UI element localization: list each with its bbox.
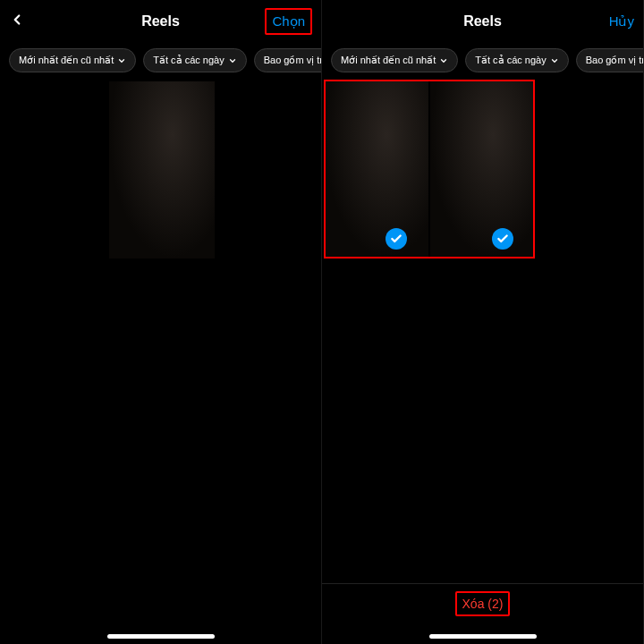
page-title: Reels xyxy=(463,13,502,30)
bottom-bar: Xóa (2) xyxy=(322,583,643,623)
selected-check-icon xyxy=(492,228,513,250)
filter-label: Bao gồm vị trí xyxy=(586,55,643,66)
back-button[interactable] xyxy=(9,12,25,31)
filter-label: Mới nhất đến cũ nhất xyxy=(341,55,436,66)
chevron-down-icon xyxy=(228,56,237,65)
chevron-left-icon xyxy=(9,12,25,28)
home-indicator[interactable] xyxy=(429,634,537,639)
reel-thumbnail[interactable] xyxy=(109,81,215,258)
screen-left: Reels Chọn Mới nhất đến cũ nhất Tất cả c… xyxy=(0,0,322,644)
filter-sort[interactable]: Mới nhất đến cũ nhất xyxy=(331,48,458,72)
reels-grid xyxy=(0,80,321,260)
filter-label: Tất cả các ngày xyxy=(153,55,224,66)
chevron-down-icon xyxy=(117,56,126,65)
cancel-button[interactable]: Hủy xyxy=(609,13,634,30)
reel-thumbnail[interactable] xyxy=(430,81,535,258)
chevron-down-icon xyxy=(439,56,448,65)
filter-row: Mới nhất đến cũ nhất Tất cả các ngày Bao… xyxy=(322,43,643,78)
filter-label: Tất cả các ngày xyxy=(475,55,546,66)
reels-grid xyxy=(322,80,643,260)
chevron-down-icon xyxy=(550,56,559,65)
filter-location[interactable]: Bao gồm vị trí xyxy=(576,48,643,72)
filter-date[interactable]: Tất cả các ngày xyxy=(465,48,568,72)
selected-check-icon xyxy=(386,228,407,250)
filter-row: Mới nhất đến cũ nhất Tất cả các ngày Bao… xyxy=(0,43,321,78)
header: Reels Chọn xyxy=(0,0,321,43)
select-button[interactable]: Chọn xyxy=(265,8,312,35)
reel-thumbnail[interactable] xyxy=(324,81,428,258)
delete-button[interactable]: Xóa (2) xyxy=(455,591,511,616)
header: Reels Hủy xyxy=(322,0,643,43)
page-title: Reels xyxy=(141,13,180,30)
screen-right: Reels Hủy Mới nhất đến cũ nhất Tất cả cá… xyxy=(322,0,644,644)
filter-date[interactable]: Tất cả các ngày xyxy=(143,48,246,72)
filter-location[interactable]: Bao gồm vị trí xyxy=(254,48,321,72)
filter-label: Mới nhất đến cũ nhất xyxy=(19,55,114,66)
filter-label: Bao gồm vị trí xyxy=(264,55,321,66)
filter-sort[interactable]: Mới nhất đến cũ nhất xyxy=(9,48,136,72)
home-indicator[interactable] xyxy=(107,634,215,639)
